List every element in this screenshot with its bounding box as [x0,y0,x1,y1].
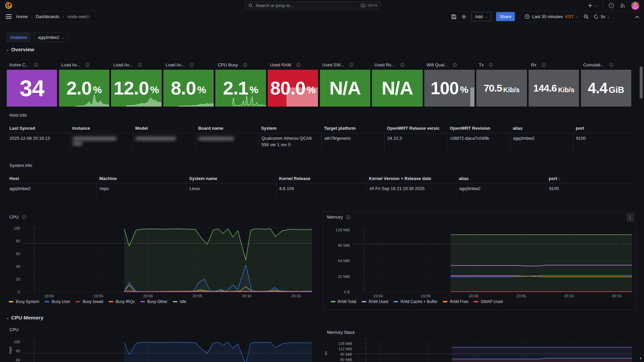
table-cell: 6.6.104 [276,182,366,196]
stat-panel[interactable]: 80.0% [268,70,318,107]
info-icon[interactable] [400,63,405,67]
stat-title-text[interactable]: Cumulati... [583,62,604,67]
time-range-label: Last 30 minutes [532,14,563,19]
scrollbar-down-arrow[interactable]: ▼ [639,357,642,360]
stat-title-text[interactable]: Load Av... [113,62,132,67]
legend-item-ram-free[interactable]: RAM Free [443,299,468,304]
legend-label: SWAP Used [481,299,503,304]
stat-panel[interactable]: 2.1% [215,70,266,107]
stat-title-text[interactable]: Tx [479,62,483,67]
stat-panel[interactable]: N/A [320,70,370,107]
variable-label-instance[interactable]: Instance [7,33,31,42]
panel-title-memstack[interactable]: Memory Stack [327,330,355,335]
time-range-picker[interactable]: Last 30 minutes KST ⌄ [525,14,579,19]
grafana-logo-icon[interactable] [5,2,12,9]
info-icon[interactable] [34,63,38,67]
add-menu-button[interactable]: ⌄ [588,3,597,8]
stat-panel[interactable]: 34 [7,70,57,107]
stat-title-text[interactable]: Used Ro... [374,62,395,67]
add-panel-button[interactable]: Add⌄ [471,12,491,21]
legend-item-busy-user[interactable]: Busy User [45,299,70,304]
blurred-value [199,137,234,140]
table-cell: Qualcomm Atheros QCA9 558 ver 1 rev 0 [258,132,321,154]
menu-toggle-button[interactable] [6,14,12,19]
info-icon[interactable] [453,63,457,67]
timezone-label: KST [565,14,574,19]
stat-unit-text: Kib/s [503,86,520,93]
legend-item-ram-used[interactable]: RAM Used [362,299,388,304]
search-input[interactable]: Search or jump to... ctrl+k [245,1,381,9]
panel-title-cpu2[interactable]: CPU [9,327,18,332]
stat-panel[interactable]: 8.0% [163,70,214,107]
help-button[interactable]: ? [608,3,614,8]
table-cell: agq3mbw2 [456,182,546,196]
dashboard-settings-button[interactable] [461,14,467,19]
stat-panel[interactable]: 100% [424,70,475,107]
stat-unit-text: % [250,85,259,95]
stat-panel[interactable]: 2.0% [59,70,109,107]
stat-panel[interactable]: 70.5Kib/s [476,70,527,107]
info-icon[interactable] [243,63,247,67]
table-cell: mips [97,182,186,196]
clock-icon [525,14,530,19]
stat-title-text[interactable]: Active C... [9,62,29,67]
stat-panel[interactable]: 4.4GiB [581,70,631,107]
breadcrumb-home[interactable]: Home [16,14,28,19]
stat-title-text[interactable]: Load Av... [61,62,80,67]
save-dashboard-button[interactable] [451,14,457,19]
refresh-button[interactable]: 5s ⌄ [594,14,610,19]
info-icon[interactable] [541,63,546,67]
dashboard-toolbar: Home › Dashboards › node-owrt ☆ Add⌄ [0,11,644,22]
legend-item-busy-iowait[interactable]: Busy Iowait [75,299,103,304]
info-icon[interactable] [489,63,493,67]
page-scrollbar-thumb[interactable] [640,66,643,99]
info-icon[interactable] [138,63,142,67]
top-nav: Search or jump to... ctrl+k ⌄ [0,0,644,11]
section-header-overview[interactable]: ⌄ Overview [6,47,34,53]
table-cell: 24.10.3 [384,132,447,154]
stat-title-text[interactable]: CPU Busy [218,62,238,67]
svg-text:19:50: 19:50 [44,294,54,298]
stat-title-text[interactable]: Rx [531,62,536,67]
legend-item-busy-irqs[interactable]: Busy IRQs [109,299,135,304]
chevron-down-icon: ⌄ [607,15,610,18]
memory-chart: 0 B32 MiB64 MiB96 MiB128 MiB19:5019:5520… [323,211,636,298]
stat-title-text[interactable]: Load Av... [166,62,185,67]
legend-item-idle[interactable]: Idle [173,299,186,304]
svg-text:96 MiB: 96 MiB [340,352,352,356]
breadcrumb-dashboards[interactable]: Dashboards [36,14,59,19]
y-axis-label: tage [8,347,12,354]
section-header-cpu-memory[interactable]: ⌄ CPU Memory [6,315,44,321]
collapse-toolbar-button[interactable] [635,14,639,20]
info-icon[interactable] [609,63,613,67]
info-icon[interactable] [85,63,90,67]
favorite-star-icon[interactable]: ☆ [86,14,90,20]
legend-item-ram-cache-buffer[interactable]: RAM Cache + Buffer [393,299,437,304]
share-button[interactable]: Share [496,12,515,21]
stat-value-text: 144.6 [533,83,557,93]
stat-panel[interactable]: N/A [372,70,422,107]
stat-panel[interactable]: 12.0% [111,70,161,107]
stat-value-text: 8.0 [171,79,196,98]
svg-text:19:55: 19:55 [421,294,431,298]
info-icon[interactable] [190,63,194,67]
stat-title-text[interactable]: Used SW... [322,62,344,67]
stat-title-text[interactable]: Used RAM [270,62,291,67]
legend-item-busy-system[interactable]: Busy System [9,299,39,304]
chevron-up-icon [635,15,639,18]
variable-value-dropdown[interactable]: agq3mbw2 ⌄ [34,33,68,42]
zoom-out-time-button[interactable] [584,14,589,19]
cpu-chart: 02040608010019:5019:5520:0020:0520:1020:… [7,211,314,298]
info-icon[interactable] [349,63,354,67]
news-button[interactable] [620,3,626,8]
legend-item-busy-other[interactable]: Busy Other [140,299,167,304]
user-avatar[interactable] [631,2,639,10]
stat-panel[interactable]: 144.6Kib/s [529,70,579,107]
stat-title-text[interactable]: Wifi Qual... [427,62,448,67]
legend-item-swap-used[interactable]: SWAP Used [474,299,503,304]
search-icon [249,3,253,8]
table-cell [132,132,196,154]
legend-item-ram-total[interactable]: RAM Total [331,299,356,304]
info-icon[interactable] [296,63,301,67]
breadcrumb-current: node-owrt [67,14,87,19]
